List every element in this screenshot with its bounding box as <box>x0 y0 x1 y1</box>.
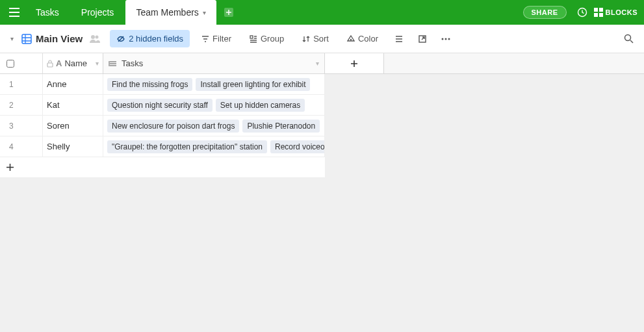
svg-point-8 <box>96 35 99 38</box>
color-label: Color <box>358 34 378 44</box>
column-tasks-label: Tasks <box>122 58 143 68</box>
select-all-checkbox[interactable] <box>6 60 14 68</box>
sort-button[interactable]: Sort <box>296 30 335 47</box>
blocks-icon <box>594 8 603 17</box>
tab-projects[interactable]: Projects <box>71 0 125 25</box>
svg-point-13 <box>445 38 447 40</box>
add-row[interactable] <box>0 157 325 178</box>
svg-rect-6 <box>22 34 31 44</box>
grid-view-icon <box>21 34 32 44</box>
text-field-icon: A <box>56 58 62 68</box>
row-number: 2 <box>0 95 43 115</box>
table-body: 1 Anne Find the missing frogs Install gr… <box>0 74 325 178</box>
hidden-fields-button[interactable]: 2 hidden fields <box>110 30 190 47</box>
history-button[interactable] <box>573 3 591 21</box>
svg-rect-16 <box>47 63 53 67</box>
filter-label: Filter <box>213 34 231 44</box>
group-icon <box>250 35 257 43</box>
svg-point-15 <box>625 35 630 41</box>
cell-name[interactable]: Shelly <box>43 136 103 157</box>
svg-point-14 <box>448 38 450 40</box>
task-chip[interactable]: Find the missing frogs <box>107 78 192 91</box>
cell-name[interactable]: Anne <box>43 74 103 94</box>
svg-point-12 <box>442 38 444 40</box>
chevron-down-icon[interactable]: ▾ <box>96 60 99 67</box>
row-number: 3 <box>0 116 43 136</box>
export-button[interactable] <box>413 34 431 44</box>
table-row[interactable]: 1 Anne Find the missing frogs Install gr… <box>0 74 325 95</box>
plus-icon <box>6 164 14 171</box>
cell-tasks[interactable]: Find the missing frogs Install green lig… <box>103 74 325 94</box>
hamburger-icon <box>9 8 19 17</box>
task-chip[interactable]: "Graupel: the forgotten precipitation" s… <box>107 140 267 153</box>
color-icon <box>347 35 355 43</box>
table-header-row: A Name ▾ Tasks ▾ <box>0 53 644 74</box>
link-field-icon <box>109 60 118 68</box>
add-table-button[interactable] <box>221 5 237 20</box>
row-number: 1 <box>0 74 43 94</box>
add-column-button[interactable] <box>325 53 384 73</box>
add-row-button[interactable] <box>0 164 19 171</box>
column-header-tasks[interactable]: Tasks ▾ <box>103 53 325 73</box>
svg-point-10 <box>350 38 352 40</box>
external-link-icon <box>418 34 427 44</box>
tab-team-members-label: Team Members <box>136 7 198 18</box>
top-bar: Tasks Projects Team Members ▾ SHARE BLOC… <box>0 0 644 25</box>
column-name-label: Name <box>64 58 87 68</box>
plus-icon <box>350 60 358 68</box>
cell-name[interactable]: Soren <box>43 116 103 136</box>
cell-tasks[interactable]: New enclosure for poison dart frogs Plus… <box>103 116 325 136</box>
task-chip[interactable]: Plushie Pteranodon <box>242 120 320 133</box>
grid-table: A Name ▾ Tasks ▾ 1 Anne Find the missing… <box>0 53 644 332</box>
hamburger-menu[interactable] <box>4 2 25 23</box>
group-label: Group <box>261 34 284 44</box>
sort-icon <box>302 35 310 43</box>
blocks-label: BLOCKS <box>606 8 638 16</box>
table-row[interactable]: 4 Shelly "Graupel: the forgotten precipi… <box>0 136 325 157</box>
svg-rect-4 <box>594 13 598 17</box>
blocks-button[interactable]: BLOCKS <box>594 8 638 17</box>
task-chip[interactable]: Question night security staff <box>107 99 213 112</box>
svg-rect-3 <box>599 8 603 12</box>
task-chip[interactable]: Set up hidden cameras <box>216 99 305 112</box>
row-number: 4 <box>0 136 43 157</box>
table-row[interactable]: 3 Soren New enclosure for poison dart fr… <box>0 116 325 136</box>
task-chip[interactable]: New enclosure for poison dart frogs <box>107 120 239 133</box>
svg-rect-2 <box>594 8 598 12</box>
svg-point-7 <box>91 35 95 39</box>
row-height-icon <box>394 34 404 44</box>
chevron-down-icon: ▾ <box>203 9 206 16</box>
lock-icon <box>47 60 53 68</box>
sort-label: Sort <box>313 34 329 44</box>
chevron-down-icon[interactable]: ▾ <box>316 60 319 67</box>
eye-off-icon <box>116 34 125 44</box>
task-chip[interactable]: Install green lighting for exhibit <box>196 78 310 91</box>
share-button[interactable]: SHARE <box>523 6 567 19</box>
more-options-button[interactable] <box>437 38 455 40</box>
task-chip[interactable]: Record voiceover <box>270 140 325 153</box>
select-all-cell[interactable] <box>0 53 43 73</box>
cell-tasks[interactable]: "Graupel: the forgotten precipitation" s… <box>103 136 325 157</box>
collaborators-button[interactable] <box>89 34 101 44</box>
people-icon <box>89 34 101 44</box>
view-name[interactable]: Main View <box>36 33 83 44</box>
column-header-name[interactable]: A Name ▾ <box>43 53 103 73</box>
views-dropdown[interactable]: ▾ <box>6 32 18 45</box>
cell-tasks[interactable]: Question night security staff Set up hid… <box>103 95 325 115</box>
group-button[interactable]: Group <box>243 30 290 47</box>
plus-icon <box>224 8 233 17</box>
search-button[interactable] <box>619 34 638 44</box>
filter-button[interactable]: Filter <box>195 30 238 47</box>
search-icon <box>624 34 634 44</box>
row-height-button[interactable] <box>390 34 408 44</box>
hidden-fields-label: 2 hidden fields <box>129 34 183 44</box>
cell-name[interactable]: Kat <box>43 95 103 115</box>
color-button[interactable]: Color <box>341 30 385 47</box>
tab-tasks[interactable]: Tasks <box>25 0 70 25</box>
table-row[interactable]: 2 Kat Question night security staff Set … <box>0 95 325 116</box>
view-toolbar: ▾ Main View 2 hidden fields Filter Group… <box>0 25 644 53</box>
svg-rect-9 <box>250 36 253 38</box>
tab-team-members[interactable]: Team Members ▾ <box>125 0 216 25</box>
filter-icon <box>201 35 209 43</box>
dots-icon <box>441 38 450 40</box>
